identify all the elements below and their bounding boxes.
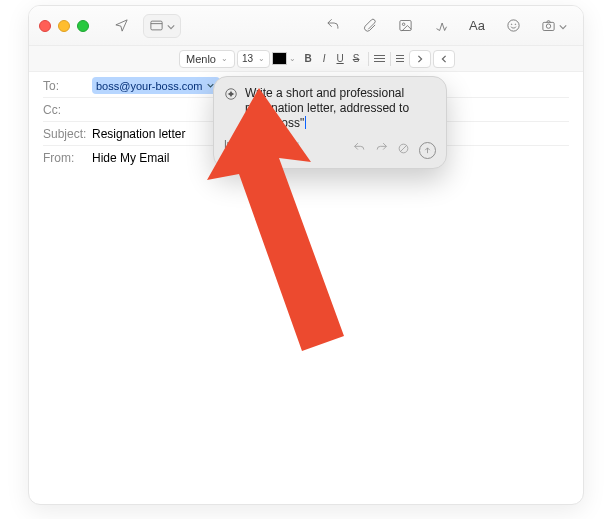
- svg-point-4: [511, 24, 512, 25]
- format-text-button[interactable]: Aa: [463, 14, 491, 38]
- chevron-right-icon: [416, 55, 424, 63]
- chevron-down-icon: ⌄: [258, 54, 265, 63]
- reply-icon: [326, 18, 341, 33]
- compose-window: Aa Menlo ⌄ 13 ⌄ ⌄ B I U S: [28, 5, 584, 505]
- italic-button[interactable]: I: [317, 53, 331, 64]
- format-bar: Menlo ⌄ 13 ⌄ ⌄ B I U S: [29, 46, 583, 72]
- indent-left-button[interactable]: [433, 50, 455, 68]
- header-fields-menu-button[interactable]: [143, 14, 181, 38]
- paperclip-icon: [362, 18, 377, 33]
- slash-circle-icon: [397, 142, 410, 155]
- chevron-down-icon: [167, 17, 175, 35]
- chevron-left-icon: [440, 55, 448, 63]
- attach-button[interactable]: [355, 14, 383, 38]
- ai-prompt-text: Write a short and professional resignati…: [245, 86, 409, 130]
- svg-rect-1: [399, 21, 410, 31]
- ai-sparkle-icon: [224, 87, 238, 105]
- font-family-select[interactable]: Menlo ⌄: [179, 50, 235, 68]
- message-body[interactable]: [41, 134, 571, 496]
- svg-point-3: [507, 20, 518, 31]
- arrow-up-icon: [423, 146, 432, 155]
- markup-button[interactable]: [427, 14, 455, 38]
- close-window-button[interactable]: [39, 20, 51, 32]
- emoji-button[interactable]: [499, 14, 527, 38]
- chevron-down-icon: [559, 17, 567, 35]
- smiley-icon: [506, 18, 521, 33]
- word-count: 0 words: [224, 150, 300, 161]
- redo-button[interactable]: [375, 141, 388, 159]
- undo-button[interactable]: [353, 141, 366, 159]
- zoom-window-button[interactable]: [77, 20, 89, 32]
- list-button[interactable]: [396, 55, 404, 63]
- cc-label: Cc:: [43, 103, 85, 117]
- titlebar: Aa: [29, 6, 583, 46]
- font-size-value: 13: [242, 53, 253, 64]
- svg-point-5: [515, 24, 516, 25]
- svg-rect-0: [151, 21, 162, 30]
- window-controls: [39, 20, 89, 32]
- font-family-value: Menlo: [186, 53, 216, 65]
- strikethrough-button[interactable]: S: [349, 53, 363, 64]
- discard-button[interactable]: [397, 141, 410, 159]
- ai-prompt-input[interactable]: Write a short and professional resignati…: [245, 86, 436, 131]
- header-icon: [149, 18, 164, 33]
- text-color-button[interactable]: [272, 52, 287, 65]
- up-down-icon: ⇅: [294, 139, 300, 150]
- include-scope-select[interactable]: Include All Text ⇅ 0 words: [224, 139, 300, 161]
- svg-point-2: [402, 23, 405, 26]
- svg-point-7: [546, 24, 550, 28]
- camera-icon: [541, 18, 556, 33]
- font-aa-icon: Aa: [469, 18, 485, 33]
- chevron-down-icon: ⌄: [289, 54, 296, 63]
- recipient-pill[interactable]: boss@your-boss.com: [92, 77, 220, 94]
- minimize-window-button[interactable]: [58, 20, 70, 32]
- include-label: Include All Text: [224, 139, 291, 150]
- photo-browser-button[interactable]: [535, 14, 573, 38]
- bold-button[interactable]: B: [301, 53, 315, 64]
- align-button[interactable]: [374, 55, 385, 63]
- chevron-down-icon: ⌄: [221, 54, 228, 63]
- submit-prompt-button[interactable]: [419, 142, 436, 159]
- divider: [390, 52, 391, 66]
- text-cursor: [305, 116, 306, 129]
- ai-writing-popover: Write a short and professional resignati…: [213, 76, 447, 169]
- send-button[interactable]: [107, 14, 135, 38]
- recipient-text: boss@your-boss.com: [96, 80, 203, 92]
- paper-plane-icon: [114, 18, 129, 33]
- font-size-select[interactable]: 13 ⌄: [237, 50, 270, 68]
- undo-icon: [353, 142, 366, 155]
- markup-icon: [434, 18, 449, 33]
- reply-button[interactable]: [319, 14, 347, 38]
- indent-right-button[interactable]: [409, 50, 431, 68]
- divider: [368, 52, 369, 66]
- redo-icon: [375, 142, 388, 155]
- to-label: To:: [43, 79, 85, 93]
- insert-photo-button[interactable]: [391, 14, 419, 38]
- underline-button[interactable]: U: [333, 53, 347, 64]
- image-icon: [398, 18, 413, 33]
